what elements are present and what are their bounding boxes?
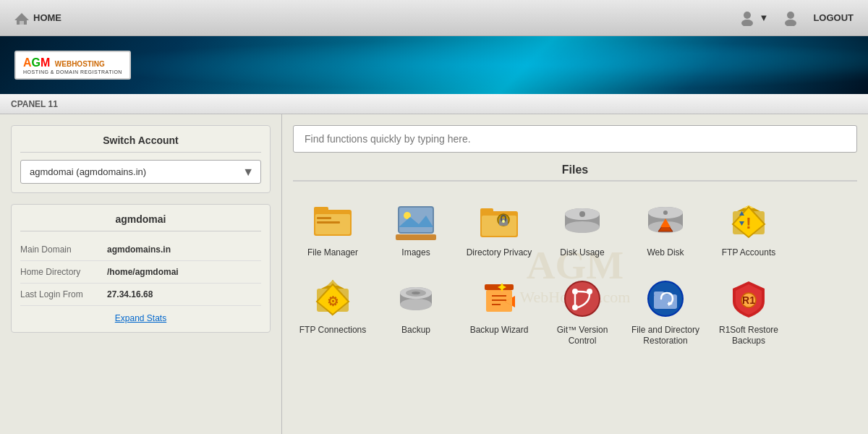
files-icons-grid: File Manager Images [293, 192, 857, 354]
disk-usage-icon-item[interactable]: Disk Usage [542, 192, 622, 266]
svg-rect-17 [480, 208, 493, 214]
homedir-label: Home Directory [20, 267, 107, 277]
top-navigation: HOME ▼ LOGOUT [0, 0, 868, 36]
user-icon [739, 10, 755, 26]
breadcrumb-text: CPANEL 11 [11, 99, 58, 109]
info-row-lastlogin: Last Login From 27.34.16.68 [20, 284, 261, 306]
domain-value: agmdomains.in [107, 244, 171, 255]
user-icon-2 [783, 10, 799, 26]
account-info-title: agmdomai [20, 213, 261, 231]
switch-account-box: Switch Account agmdomai (agmdomains.in) … [11, 125, 271, 193]
file-directory-restoration-icon-item[interactable]: File and Directory Restoration [626, 270, 705, 354]
ftp-accounts-label: FTP Accounts [722, 247, 775, 259]
ftp-accounts-icon: ! [727, 200, 770, 243]
svg-rect-72 [654, 294, 677, 309]
header-banner: AGM WEBHOSTING HOSTING & DOMAIN REGISTRA… [0, 36, 868, 94]
directory-privacy-label: Directory Privacy [467, 247, 532, 259]
svg-text:⚙: ⚙ [327, 294, 339, 309]
another-user-icon[interactable] [783, 10, 799, 26]
r1soft-restore-icon: R1 [727, 277, 770, 320]
disk-usage-label: Disk Usage [560, 247, 604, 259]
svg-point-27 [579, 211, 585, 217]
file-manager-icon-item[interactable]: File Manager [293, 192, 373, 266]
svg-rect-15 [396, 234, 436, 240]
breadcrumb: CPANEL 11 [0, 94, 868, 114]
backup-wizard-icon-item[interactable]: Backup Wizard [459, 270, 539, 354]
svg-text:R1: R1 [742, 294, 755, 306]
git-version-control-label: Git™ Version Control [546, 325, 618, 347]
svg-point-3 [741, 20, 753, 26]
home-icon [14, 12, 29, 25]
directory-privacy-icon-item[interactable]: Directory Privacy [459, 192, 539, 266]
account-select-wrapper: agmdomai (agmdomains.in) ▼ [20, 160, 261, 184]
ftp-connections-icon-item[interactable]: ⚙ FTP Connections [293, 270, 373, 354]
expand-stats-link[interactable]: Expand Stats [20, 313, 261, 323]
images-icon [394, 200, 438, 243]
sidebar: Switch Account agmdomai (agmdomains.in) … [0, 114, 282, 434]
svg-point-2 [744, 12, 751, 19]
file-directory-restoration-icon [644, 277, 687, 320]
svg-rect-9 [317, 217, 331, 219]
account-select[interactable]: agmdomai (agmdomains.in) [20, 160, 261, 184]
svg-point-32 [663, 210, 668, 215]
switch-account-title: Switch Account [20, 135, 261, 153]
domain-label: Main Domain [20, 244, 107, 255]
svg-point-22 [502, 220, 505, 223]
web-disk-label: Web Disk [647, 247, 684, 259]
svg-text:!: ! [746, 214, 751, 232]
lastlogin-value: 27.34.16.68 [107, 289, 153, 299]
logo: AGM WEBHOSTING HOSTING & DOMAIN REGISTRA… [14, 51, 131, 80]
disk-usage-icon [561, 200, 604, 243]
info-row-homedir: Home Directory /home/agmdomai [20, 261, 261, 284]
lastlogin-label: Last Login From [20, 289, 107, 299]
ftp-connections-label: FTP Connections [299, 325, 367, 336]
directory-privacy-icon [477, 200, 521, 243]
git-version-control-icon-item[interactable]: Git™ Version Control [542, 270, 622, 354]
logout-button[interactable]: LOGOUT [813, 12, 854, 23]
svg-point-66 [572, 289, 578, 294]
svg-point-4 [787, 12, 794, 19]
backup-icon [394, 277, 438, 320]
backup-icon-item[interactable]: Backup [376, 270, 456, 354]
svg-point-53 [400, 299, 432, 310]
info-row-domain: Main Domain agmdomains.in [20, 239, 261, 261]
right-panel: AGM WebHosting.com Files File Manager [282, 114, 868, 434]
r1soft-restore-label: R1Soft Restore Backups [712, 325, 785, 347]
file-manager-label: File Manager [307, 247, 358, 259]
svg-rect-7 [314, 207, 328, 213]
svg-rect-1 [20, 21, 24, 25]
user-menu[interactable]: ▼ [739, 10, 769, 26]
web-disk-icon [644, 200, 687, 243]
main-content: Switch Account agmdomai (agmdomains.in) … [0, 114, 868, 434]
images-icon-item[interactable]: Images [376, 192, 456, 266]
home-label: HOME [33, 12, 61, 23]
top-nav-right: ▼ LOGOUT [739, 10, 854, 26]
files-section-title: Files [293, 163, 857, 182]
svg-point-5 [785, 20, 796, 26]
git-version-control-icon [561, 277, 604, 320]
web-disk-icon-item[interactable]: Web Disk [626, 192, 705, 266]
home-button[interactable]: HOME [14, 12, 61, 25]
search-input[interactable] [293, 125, 857, 153]
svg-point-68 [572, 305, 578, 310]
backup-wizard-label: Backup Wizard [470, 325, 529, 336]
backup-label: Backup [401, 325, 430, 336]
images-label: Images [401, 247, 430, 259]
backup-wizard-icon [477, 277, 521, 320]
file-directory-restoration-label: File and Directory Restoration [629, 325, 702, 347]
ftp-connections-icon: ⚙ [311, 277, 354, 320]
r1soft-restore-icon-item[interactable]: R1 R1Soft Restore Backups [709, 270, 788, 354]
svg-point-25 [565, 221, 600, 233]
ftp-accounts-icon-item[interactable]: ! FTP Accounts [709, 192, 788, 266]
svg-point-56 [412, 292, 420, 294]
homedir-value: /home/agmdomai [107, 267, 179, 277]
account-info-box: agmdomai Main Domain agmdomains.in Home … [11, 204, 271, 333]
file-manager-icon [311, 200, 354, 243]
svg-rect-10 [317, 221, 340, 224]
